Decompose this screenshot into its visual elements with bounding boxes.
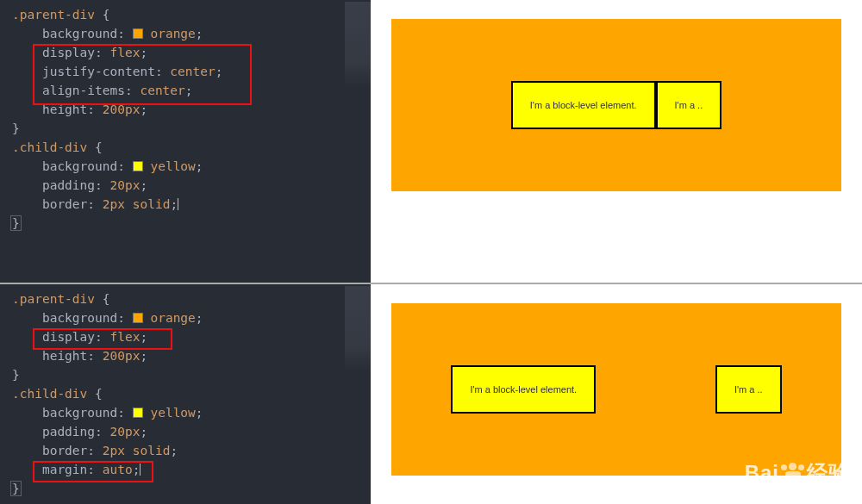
css-prop: display — [42, 330, 95, 344]
css-value: auto — [103, 463, 133, 476]
color-swatch-orange-icon — [133, 28, 143, 39]
child-div-demo: I'm a block-level element. — [451, 365, 596, 414]
css-prop: padding — [42, 425, 95, 439]
code-editor-top[interactable]: .parent-div { background: orange; displa… — [0, 0, 371, 283]
css-value: 2px — [103, 197, 125, 211]
css-value: solid — [133, 444, 171, 457]
css-value: 200px — [103, 103, 141, 116]
preview-pane-bottom: I'm a block-level element. I'm a .. Bai经… — [371, 284, 862, 504]
css-value: flex — [110, 330, 141, 344]
css-value: center — [170, 65, 215, 78]
css-prop: background — [42, 406, 117, 420]
css-prop: background — [42, 27, 117, 40]
css-value: 2px — [103, 444, 125, 457]
css-prop: height — [42, 349, 87, 363]
parent-div-demo: I'm a block-level element. I'm a .. — [391, 303, 841, 476]
child-div-demo: I'm a block-level element. — [511, 81, 656, 129]
css-selector: .child-div — [12, 140, 87, 154]
css-prop: display — [42, 46, 95, 59]
css-prop: height — [42, 103, 87, 116]
css-value: orange — [150, 311, 195, 325]
css-prop: border — [42, 444, 87, 457]
css-prop: align-items — [42, 84, 125, 97]
css-value: center — [140, 84, 184, 97]
css-selector: .parent-div — [12, 292, 95, 306]
css-prop: background — [42, 311, 117, 325]
css-value: yellow — [150, 406, 195, 420]
css-value: 20px — [110, 425, 141, 439]
minimap-icon — [345, 286, 371, 372]
color-swatch-yellow-icon — [133, 161, 143, 171]
text-cursor-icon — [140, 464, 141, 476]
css-prop: background — [42, 159, 117, 173]
css-value: 20px — [110, 178, 141, 192]
css-selector: .parent-div — [12, 8, 95, 22]
child-div-demo: I'm a .. — [656, 81, 722, 129]
code-editor-bottom[interactable]: .parent-div { background: orange; displa… — [0, 284, 371, 504]
css-value: yellow — [150, 159, 195, 173]
preview-pane-top: I'm a block-level element. I'm a .. — [371, 0, 862, 283]
color-swatch-yellow-icon — [133, 408, 143, 418]
css-value: orange — [150, 27, 195, 40]
css-prop: margin — [42, 463, 87, 476]
text-cursor-icon — [178, 198, 178, 210]
parent-div-demo: I'm a block-level element. I'm a .. — [391, 19, 841, 191]
css-selector: .child-div — [12, 387, 87, 401]
css-prop: border — [42, 197, 87, 211]
css-value: flex — [110, 46, 141, 59]
child-div-demo: I'm a .. — [715, 365, 782, 414]
minimap-icon — [345, 2, 371, 88]
css-prop: padding — [42, 178, 95, 192]
color-swatch-orange-icon — [133, 313, 143, 323]
watermark-url: jingyan.baidu.com — [745, 487, 850, 499]
css-prop: justify-content — [42, 65, 155, 78]
css-value: 200px — [103, 349, 141, 363]
css-value: solid — [133, 197, 171, 211]
